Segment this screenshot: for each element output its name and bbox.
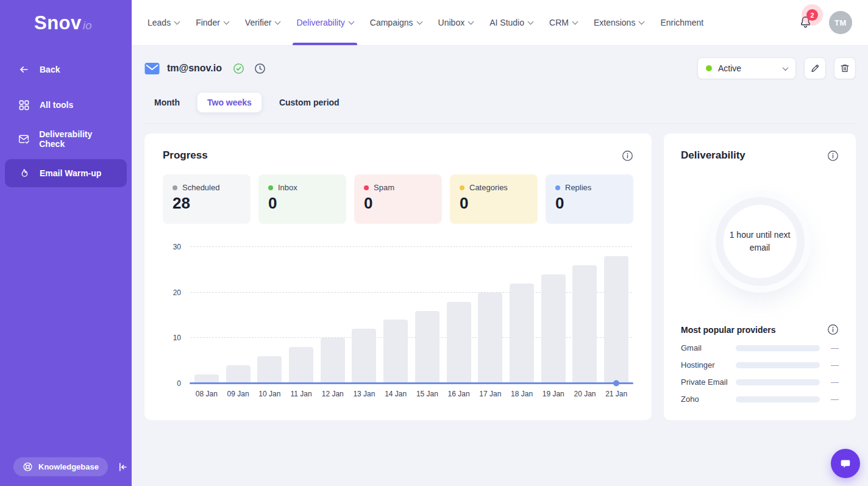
info-icon[interactable] <box>622 150 633 162</box>
tab-month[interactable]: Month <box>144 93 190 112</box>
stat-box-scheduled: Scheduled 28 <box>163 174 251 224</box>
x-axis-tick-label: 18 Jan <box>511 390 533 398</box>
sidebar-item-email-warm-up[interactable]: Email Warm-up <box>5 159 127 187</box>
chart-bar-slot: 15 Jan <box>411 247 443 384</box>
sidebar-item-all-tools[interactable]: All tools <box>5 91 127 119</box>
chart-bar <box>541 274 566 384</box>
chat-widget-button[interactable] <box>831 449 860 478</box>
chart-bar-slot: 08 Jan <box>191 247 222 384</box>
stat-box-inbox: Inbox 0 <box>258 174 346 224</box>
chart-bar-slot: 12 Jan <box>317 247 349 384</box>
next-email-text: 1 hour until next email <box>724 229 797 254</box>
chart-bar <box>478 293 502 384</box>
chart-bars: 08 Jan09 Jan10 Jan11 Jan12 Jan13 Jan14 J… <box>191 247 632 384</box>
period-tabs: Month Two weeks Custom period <box>144 92 856 113</box>
sidebar-item-label: Email Warm-up <box>40 168 101 178</box>
x-axis-tick-label: 10 Jan <box>258 390 280 398</box>
nav-label: Enrichment <box>660 18 703 27</box>
chart-bar-slot: 17 Jan <box>474 247 506 384</box>
line-series-marker <box>613 381 619 387</box>
providers-title: Most popular providers <box>681 325 776 335</box>
life-ring-icon <box>23 462 33 472</box>
tab-custom-period[interactable]: Custom period <box>269 93 349 112</box>
nav-label: Extensions <box>594 18 635 27</box>
chart-bar <box>226 365 251 384</box>
nav-item-crm[interactable]: CRM <box>549 0 577 45</box>
user-avatar[interactable]: TM <box>829 11 852 34</box>
chart-bar <box>352 329 376 384</box>
x-axis-tick-label: 09 Jan <box>227 390 249 398</box>
provider-progress-bar <box>736 396 820 402</box>
sidebar-back-button[interactable]: Back <box>5 55 127 84</box>
nav-item-enrichment[interactable]: Enrichment <box>660 0 703 45</box>
logo-suffix: io <box>83 19 92 32</box>
sidebar-back-label: Back <box>40 65 60 74</box>
chevron-down-icon <box>528 18 534 24</box>
email-envelope-icon <box>144 62 160 75</box>
envelope-check-icon <box>17 132 30 146</box>
replies-dot <box>555 185 560 190</box>
chart-plot: 08 Jan09 Jan10 Jan11 Jan12 Jan13 Jan14 J… <box>191 247 632 384</box>
provider-row-hostinger: Hostinger — <box>681 360 839 370</box>
progress-title: Progress <box>163 149 208 162</box>
knowledgebase-label: Knowledgebase <box>38 462 99 471</box>
nav-item-campaigns[interactable]: Campaigns <box>370 0 422 45</box>
chevron-down-icon <box>783 65 789 71</box>
brand-logo[interactable]: Snov io <box>0 0 132 46</box>
warmup-bar-chart: 0102030 08 Jan09 Jan10 Jan11 Jan12 Jan13… <box>163 245 633 401</box>
nav-item-verifier[interactable]: Verifier <box>245 0 280 45</box>
provider-name: Hostinger <box>681 360 736 370</box>
nav-item-ai-studio[interactable]: AI Studio <box>489 0 533 45</box>
nav-item-finder[interactable]: Finder <box>196 0 229 45</box>
chart-bar <box>447 302 471 384</box>
provider-progress-bar <box>736 345 820 351</box>
dashboard-cards: Progress Scheduled 28 Inbox 0 <box>144 134 856 420</box>
tab-two-weeks[interactable]: Two weeks <box>197 92 262 113</box>
y-axis-tick-label: 10 <box>173 334 181 342</box>
knowledgebase-button[interactable]: Knowledgebase <box>13 457 108 476</box>
scheduled-dot <box>173 185 177 190</box>
chart-bar <box>415 311 439 384</box>
app-window: Snov io Back All tools Deliverability <box>0 0 868 486</box>
provider-value: — <box>830 343 839 352</box>
sidebar-nav: Back All tools Deliverability Check Emai… <box>0 54 132 189</box>
nav-label: Unibox <box>438 18 465 27</box>
stat-box-categories: Categories 0 <box>450 174 538 224</box>
chart-bar <box>572 265 597 384</box>
status-dropdown[interactable]: Active <box>697 57 796 79</box>
chart-y-axis: 0102030 <box>163 247 183 384</box>
delete-button[interactable] <box>834 57 856 79</box>
notifications-button[interactable]: 2 <box>799 14 814 31</box>
stat-value: 0 <box>364 194 432 213</box>
sidebar-item-deliverability-check[interactable]: Deliverability Check <box>5 122 127 156</box>
provider-name: Private Email <box>681 377 736 387</box>
collapse-sidebar-button[interactable] <box>116 459 129 475</box>
chart-bar-slot: 20 Jan <box>569 247 601 384</box>
provider-name: Zoho <box>681 395 736 404</box>
chart-bar <box>510 284 534 384</box>
info-icon[interactable] <box>827 324 839 335</box>
x-axis-tick-label: 21 Jan <box>605 390 627 398</box>
info-icon[interactable] <box>827 150 839 162</box>
stat-value: 0 <box>268 194 336 213</box>
nav-item-unibox[interactable]: Unibox <box>438 0 474 45</box>
inbox-dot <box>268 185 273 190</box>
chevron-down-icon <box>416 18 422 24</box>
provider-row-gmail: Gmail — <box>681 343 839 352</box>
status-label: Active <box>718 63 741 73</box>
chevron-down-icon <box>223 18 229 24</box>
nav-item-deliverability[interactable]: Deliverability <box>296 0 353 45</box>
stat-label: Spam <box>374 183 394 192</box>
nav-item-extensions[interactable]: Extensions <box>594 0 644 45</box>
chart-bar <box>257 356 282 384</box>
edit-button[interactable] <box>804 57 826 79</box>
nav-item-leads[interactable]: Leads <box>148 0 179 45</box>
x-axis-tick-label: 12 Jan <box>322 390 344 398</box>
chart-bar <box>383 320 408 384</box>
stat-value: 0 <box>555 194 624 213</box>
y-axis-tick-label: 0 <box>177 379 181 388</box>
pencil-icon <box>809 63 820 74</box>
chart-bar-slot: 11 Jan <box>285 247 317 384</box>
logo-text: Snov <box>34 12 82 34</box>
nav-label: CRM <box>549 18 569 27</box>
